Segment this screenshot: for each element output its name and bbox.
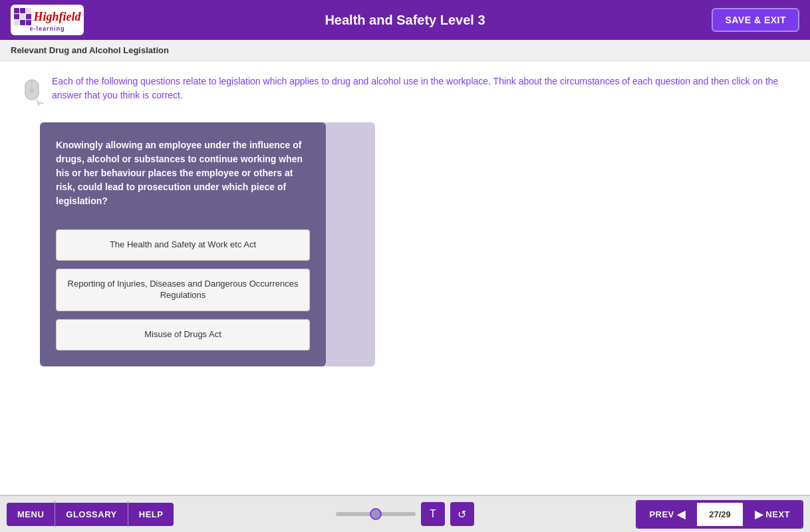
- footer: MENU GLOSSARY HELP T ↺ PREV ◀ 27/29 ▶ NE…: [0, 495, 810, 532]
- prev-label: PREV: [649, 509, 674, 519]
- mouse-icon: [20, 77, 44, 106]
- logo-sub: e-learning: [29, 25, 65, 32]
- main-content: Each of the following questions relate t…: [0, 61, 810, 492]
- prev-button[interactable]: PREV ◀: [637, 501, 697, 527]
- glossary-button[interactable]: GLOSSARY: [55, 503, 127, 526]
- answer-options: The Health and Safety at Work etc Act Re…: [56, 229, 310, 350]
- save-exit-button[interactable]: SAVE & EXIT: [712, 8, 799, 32]
- header: Highfield e-learning Health and Safety L…: [0, 0, 810, 40]
- logo-name: Highfield: [34, 10, 81, 24]
- footer-left: MENU GLOSSARY HELP: [0, 501, 174, 527]
- next-arrow-icon: ▶: [755, 508, 763, 521]
- page-indicator: 27/29: [697, 501, 743, 527]
- nav-group: PREV ◀ 27/29 ▶ NEXT: [636, 500, 803, 529]
- footer-center: T ↺: [174, 502, 636, 526]
- answer-option-2[interactable]: Reporting of Injuries, Diseases and Dang…: [56, 269, 310, 311]
- footer-right: PREV ◀ 27/29 ▶ NEXT: [636, 500, 810, 529]
- next-button[interactable]: ▶ NEXT: [743, 501, 802, 527]
- help-button[interactable]: HELP: [128, 503, 174, 526]
- question-area: Knowingly allowing an employee under the…: [40, 122, 790, 366]
- logo: Highfield e-learning: [11, 5, 84, 35]
- answer-option-1[interactable]: The Health and Safety at Work etc Act: [56, 229, 310, 261]
- slider-thumb[interactable]: [370, 508, 382, 520]
- menu-button[interactable]: MENU: [7, 503, 55, 526]
- text-size-button[interactable]: T: [421, 502, 445, 526]
- card-shadow: [322, 122, 375, 366]
- answer-option-3[interactable]: Misuse of Drugs Act: [56, 319, 310, 350]
- replay-button[interactable]: ↺: [450, 502, 474, 526]
- question-text: Knowingly allowing an employee under the…: [56, 138, 310, 208]
- instruction-row: Each of the following questions relate t…: [20, 74, 790, 106]
- svg-point-2: [30, 88, 34, 92]
- logo-grid: [14, 8, 31, 25]
- question-card: Knowingly allowing an employee under the…: [40, 122, 326, 366]
- prev-arrow-icon: ◀: [677, 508, 686, 521]
- breadcrumb: Relevant Drug and Alcohol Legislation: [0, 40, 810, 61]
- next-label: NEXT: [765, 509, 790, 519]
- slider-track[interactable]: [336, 512, 416, 516]
- header-title: Health and Safety Level 3: [325, 13, 485, 28]
- instruction-text: Each of the following questions relate t…: [52, 74, 790, 102]
